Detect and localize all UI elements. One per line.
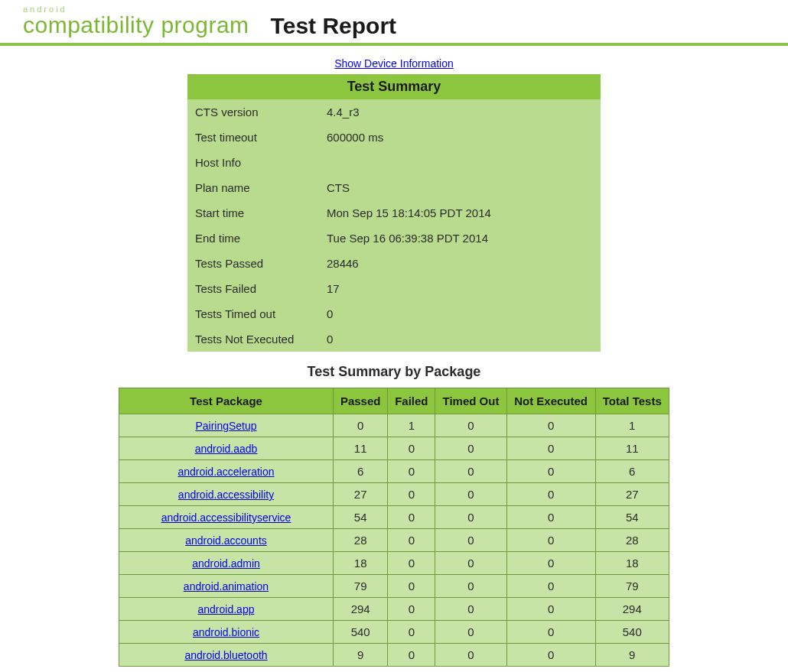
table-row: PairingSetup01001 <box>119 414 669 437</box>
cell-failed: 0 <box>388 437 435 460</box>
table-row: android.accessibilityservice5400054 <box>119 506 669 529</box>
label: CTS version <box>195 106 310 118</box>
logo-big-text: compatibility program <box>23 14 249 37</box>
package-link[interactable]: android.app <box>198 603 255 615</box>
label: Tests Failed <box>195 282 310 295</box>
package-link[interactable]: android.accounts <box>185 534 267 547</box>
cell-total: 54 <box>595 506 669 529</box>
cell-failed: 0 <box>388 506 435 529</box>
show-device-info-link[interactable]: Show Device Information <box>334 57 454 70</box>
cell-failed: 1 <box>388 414 435 437</box>
col-total-tests: Total Tests <box>595 388 669 414</box>
cell-not-exec: 0 <box>506 552 595 575</box>
cell-failed: 0 <box>388 552 435 575</box>
label: Host Info <box>195 156 310 169</box>
table-row: android.app294000294 <box>119 598 669 621</box>
value: Tue Sep 16 06:39:38 PDT 2014 <box>327 232 488 245</box>
col-timed-out: Timed Out <box>435 388 506 414</box>
cell-not-exec: 0 <box>506 437 595 460</box>
value: 4.4_r3 <box>327 106 360 118</box>
label: Tests Timed out <box>195 307 310 320</box>
cell-passed: 27 <box>334 483 388 506</box>
cell-timed-out: 0 <box>435 529 506 552</box>
package-link[interactable]: android.accessibility <box>178 489 274 501</box>
package-link[interactable]: android.animation <box>184 580 269 592</box>
cell-passed: 0 <box>334 414 388 437</box>
cell-timed-out: 0 <box>435 575 506 598</box>
label: Start time <box>195 206 310 219</box>
cell-passed: 6 <box>334 460 388 483</box>
cell-not-exec: 0 <box>506 575 595 598</box>
cell-total: 294 <box>595 598 669 621</box>
table-row: android.animation7900079 <box>119 575 669 598</box>
cell-total: 6 <box>595 460 669 483</box>
package-link[interactable]: android.bluetooth <box>184 649 267 661</box>
cell-failed: 0 <box>388 575 435 598</box>
label: Plan name <box>195 181 310 194</box>
cell-failed: 0 <box>388 644 435 667</box>
cell-total: 1 <box>595 414 669 437</box>
cell-total: 9 <box>595 644 669 667</box>
cell-passed: 79 <box>334 575 388 598</box>
cell-passed: 540 <box>334 621 388 644</box>
cell-timed-out: 0 <box>435 437 506 460</box>
cell-passed: 28 <box>334 529 388 552</box>
package-table: Test Package Passed Failed Timed Out Not… <box>119 388 669 667</box>
col-passed: Passed <box>334 388 388 414</box>
cell-not-exec: 0 <box>506 460 595 483</box>
value: 17 <box>327 282 340 295</box>
cell-failed: 0 <box>388 460 435 483</box>
cell-timed-out: 0 <box>435 552 506 575</box>
cell-timed-out: 0 <box>435 621 506 644</box>
value: 0 <box>327 307 333 320</box>
col-failed: Failed <box>388 388 435 414</box>
cell-not-exec: 0 <box>506 506 595 529</box>
table-row: android.accessibility2700027 <box>119 483 669 506</box>
table-row: android.admin1800018 <box>119 552 669 575</box>
cell-failed: 0 <box>388 483 435 506</box>
cell-total: 28 <box>595 529 669 552</box>
cell-timed-out: 0 <box>435 644 506 667</box>
label: Tests Passed <box>195 257 310 270</box>
cell-total: 11 <box>595 437 669 460</box>
cell-not-exec: 0 <box>506 529 595 552</box>
cell-timed-out: 0 <box>435 414 506 437</box>
cell-total: 27 <box>595 483 669 506</box>
test-summary-title: Test Summary <box>187 74 601 99</box>
package-link[interactable]: android.admin <box>192 557 260 570</box>
test-summary-box: Test Summary CTS version4.4_r3 Test time… <box>187 74 601 352</box>
value: 0 <box>327 333 333 346</box>
package-link[interactable]: PairingSetup <box>195 420 256 432</box>
col-test-package: Test Package <box>119 388 334 414</box>
cell-passed: 11 <box>334 437 388 460</box>
cell-passed: 9 <box>334 644 388 667</box>
page-title: Test Report <box>271 13 396 39</box>
col-not-executed: Not Executed <box>506 388 595 414</box>
cell-not-exec: 0 <box>506 598 595 621</box>
package-link[interactable]: android.aadb <box>195 443 258 455</box>
cell-timed-out: 0 <box>435 506 506 529</box>
cell-failed: 0 <box>388 598 435 621</box>
value: 28446 <box>327 257 359 270</box>
by-package-title: Test Summary by Package <box>0 364 788 380</box>
cell-not-exec: 0 <box>506 644 595 667</box>
logo: android compatibility program <box>23 5 249 43</box>
table-row: android.bionic540000540 <box>119 621 669 644</box>
cell-passed: 54 <box>334 506 388 529</box>
table-row: android.bluetooth90009 <box>119 644 669 667</box>
cell-not-exec: 0 <box>506 483 595 506</box>
cell-timed-out: 0 <box>435 460 506 483</box>
cell-failed: 0 <box>388 529 435 552</box>
label: End time <box>195 232 310 245</box>
label: Tests Not Executed <box>195 333 310 346</box>
cell-total: 18 <box>595 552 669 575</box>
package-link[interactable]: android.bionic <box>193 626 259 638</box>
cell-total: 540 <box>595 621 669 644</box>
cell-passed: 294 <box>334 598 388 621</box>
cell-not-exec: 0 <box>506 414 595 437</box>
cell-timed-out: 0 <box>435 483 506 506</box>
table-row: android.acceleration60006 <box>119 460 669 483</box>
package-link[interactable]: android.accessibilityservice <box>161 511 291 524</box>
cell-total: 79 <box>595 575 669 598</box>
package-link[interactable]: android.acceleration <box>177 466 274 478</box>
